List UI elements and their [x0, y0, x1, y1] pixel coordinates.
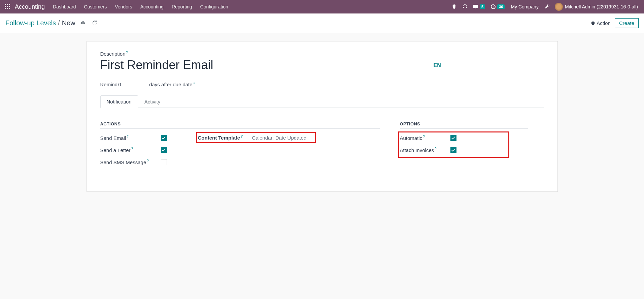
messages-icon[interactable]: 5	[473, 4, 485, 9]
action-button[interactable]: Action	[591, 20, 611, 26]
options-column: OPTIONS Automatic ? Attach Invoices ?	[400, 121, 528, 171]
send-letter-checkbox[interactable]	[161, 147, 167, 153]
debug-icon[interactable]	[451, 4, 457, 9]
description-input[interactable]	[100, 57, 386, 76]
control-panel-right: Action Create	[591, 18, 639, 28]
options-heading: OPTIONS	[400, 121, 528, 129]
main-navbar: Accounting Dashboard Customers Vendors A…	[0, 0, 644, 13]
help-icon[interactable]: ?	[127, 135, 129, 139]
activities-icon[interactable]: 36	[490, 4, 505, 9]
help-icon[interactable]: ?	[131, 147, 133, 151]
send-letter-row: Send a Letter ?	[100, 147, 198, 153]
form-sheet: Description ? EN Remind days after due d…	[87, 41, 558, 192]
nav-configuration[interactable]: Configuration	[200, 4, 228, 9]
actions-heading: ACTIONS	[100, 121, 380, 129]
send-sms-checkbox[interactable]	[161, 159, 167, 165]
nav-reporting[interactable]: Reporting	[172, 4, 192, 9]
control-panel: Follow-up Levels / New Action Create	[0, 13, 644, 33]
breadcrumb-separator: /	[58, 19, 60, 27]
user-menu[interactable]: Mitchell Admin (22019931-16-0-all)	[565, 4, 638, 9]
help-icon[interactable]: ?	[423, 135, 425, 139]
help-icon[interactable]: ?	[241, 134, 243, 138]
company-selector[interactable]: My Company	[511, 4, 538, 9]
send-email-row: Send Email ?	[100, 135, 198, 141]
tab-notification[interactable]: Notification	[100, 95, 138, 108]
discard-icon[interactable]	[92, 20, 98, 26]
help-icon[interactable]: ?	[147, 159, 149, 163]
form-container: Description ? EN Remind days after due d…	[0, 33, 644, 200]
help-icon[interactable]: ?	[193, 82, 195, 86]
create-button[interactable]: Create	[615, 18, 639, 28]
send-letter-label: Send a Letter ?	[100, 147, 161, 153]
remind-days-input[interactable]	[118, 82, 148, 87]
messages-badge: 5	[480, 4, 485, 9]
support-icon[interactable]	[462, 4, 468, 9]
app-brand[interactable]: Accounting	[15, 3, 45, 10]
nav-accounting[interactable]: Accounting	[140, 4, 164, 9]
remind-suffix: days after due date	[149, 82, 192, 87]
tab-content: ACTIONS Send Email ?	[100, 108, 544, 171]
breadcrumb: Follow-up Levels / New	[5, 19, 98, 27]
highlight-content-template	[196, 132, 316, 143]
action-label: Action	[597, 20, 611, 26]
send-email-checkbox[interactable]	[161, 135, 167, 141]
nav-vendors[interactable]: Vendors	[115, 4, 132, 9]
apps-icon[interactable]	[5, 4, 11, 10]
help-icon[interactable]: ?	[126, 51, 128, 54]
send-sms-row: Send SMS Message ?	[100, 159, 198, 165]
send-email-label: Send Email ?	[100, 135, 161, 141]
tools-icon[interactable]	[545, 4, 550, 9]
user-avatar[interactable]	[555, 3, 563, 11]
breadcrumb-parent[interactable]: Follow-up Levels	[5, 19, 56, 27]
highlight-options	[398, 131, 509, 158]
language-button[interactable]: EN	[434, 62, 441, 68]
activities-badge: 36	[497, 4, 505, 9]
help-icon[interactable]: ?	[435, 147, 437, 151]
send-sms-label: Send SMS Message ?	[100, 159, 161, 165]
tabs: Notification Activity	[100, 95, 544, 108]
nav-customers[interactable]: Customers	[84, 4, 107, 9]
remind-prefix: Remind	[100, 82, 118, 87]
cloud-save-icon[interactable]	[80, 20, 86, 26]
description-label: Description ?	[100, 51, 544, 57]
breadcrumb-current: New	[62, 19, 75, 27]
tab-activity[interactable]: Activity	[138, 95, 167, 108]
remind-row: Remind days after due date ?	[100, 82, 544, 87]
actions-column: ACTIONS Send Email ?	[100, 121, 380, 171]
nav-dashboard[interactable]: Dashboard	[53, 4, 76, 9]
